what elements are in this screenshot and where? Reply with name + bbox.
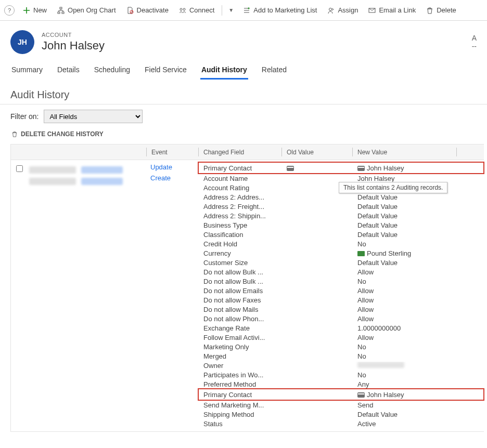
deactivate-icon bbox=[126, 7, 134, 14]
audit-row[interactable]: Preferred MethodAny bbox=[198, 379, 484, 389]
assign-button[interactable]: Assign bbox=[323, 4, 362, 16]
redacted-text bbox=[29, 166, 76, 174]
delete-change-history-button[interactable]: DELETE CHANGE HISTORY bbox=[0, 128, 487, 144]
audit-row[interactable]: Shipping MethodDefault Value bbox=[198, 410, 484, 419]
add-to-marketing-list-button[interactable]: Add to Marketing List bbox=[239, 4, 321, 16]
assign-icon bbox=[327, 7, 335, 14]
tab-field-service[interactable]: Field Service bbox=[144, 62, 188, 80]
new-value-cell: No bbox=[352, 371, 456, 379]
column-event-header[interactable]: Event bbox=[146, 144, 198, 160]
command-bar: ? New Open Org Chart Deactivate Connect … bbox=[0, 0, 487, 21]
contact-card-icon bbox=[357, 166, 365, 171]
connect-dropdown-icon[interactable]: ▼ bbox=[225, 7, 237, 13]
data-columns: This list contains 2 Auditing records. P… bbox=[198, 160, 484, 431]
trash-icon bbox=[426, 7, 433, 14]
svg-rect-0 bbox=[60, 7, 62, 9]
audit-row[interactable]: Address 2: Shippin...Default Value bbox=[198, 211, 484, 220]
audit-row[interactable]: Do not allow EmailsAllow bbox=[198, 286, 484, 295]
audit-row[interactable]: Do not allow MailsAllow bbox=[198, 305, 484, 314]
audit-row[interactable]: StatusActive bbox=[198, 419, 484, 428]
audit-row[interactable]: Exchange Rate1.0000000000 bbox=[198, 323, 484, 333]
audit-row[interactable]: ClassificationDefault Value bbox=[198, 230, 484, 239]
avatar-initials: JH bbox=[18, 38, 27, 46]
open-org-chart-button[interactable]: Open Org Chart bbox=[53, 4, 120, 16]
filter-select[interactable]: All Fields bbox=[44, 110, 143, 123]
delete-button[interactable]: Delete bbox=[422, 4, 460, 16]
changed-field-cell: Primary Contact bbox=[198, 164, 281, 172]
tab-audit-history[interactable]: Audit History bbox=[200, 62, 248, 80]
changed-field-cell: Business Type bbox=[198, 221, 281, 229]
audit-row[interactable]: Do not allow Phon...Allow bbox=[198, 314, 484, 323]
record-header: JH ACCOUNT John Halsey A -- bbox=[0, 21, 487, 59]
row-select-checkbox[interactable] bbox=[16, 165, 23, 172]
tab-scheduling[interactable]: Scheduling bbox=[93, 62, 131, 80]
column-tail bbox=[456, 144, 467, 160]
changed-field-cell: Primary Contact bbox=[198, 391, 281, 399]
changed-field-cell: Participates in Wo... bbox=[198, 371, 281, 379]
audit-row[interactable]: Owner bbox=[198, 361, 484, 370]
connect-button[interactable]: Connect bbox=[175, 4, 219, 16]
email-a-link-button[interactable]: Email a Link bbox=[364, 4, 420, 16]
plus-icon bbox=[23, 7, 30, 14]
header-right: A -- bbox=[472, 34, 477, 50]
tab-related[interactable]: Related bbox=[261, 62, 288, 80]
contact-card-icon bbox=[287, 166, 294, 171]
grid-left-column bbox=[11, 160, 146, 431]
assign-label: Assign bbox=[338, 6, 358, 14]
record-name: John Halsey bbox=[42, 39, 105, 52]
svg-point-4 bbox=[180, 8, 182, 10]
column-old-value-header[interactable]: Old Value bbox=[281, 144, 352, 160]
separator bbox=[222, 5, 222, 16]
audit-row[interactable]: Do not allow Bulk ...No bbox=[198, 276, 484, 286]
audit-row[interactable]: Send Marketing M...Send bbox=[198, 400, 484, 410]
new-value-cell: John Halsey bbox=[352, 164, 456, 172]
old-value-cell bbox=[281, 164, 352, 172]
tab-summary[interactable]: Summary bbox=[10, 62, 44, 80]
changed-field-cell: Marketing Only bbox=[198, 343, 281, 351]
new-value-cell: Default Value bbox=[352, 193, 456, 201]
changed-field-cell: Follow Email Activi... bbox=[198, 334, 281, 341]
changed-field-cell: Account Rating bbox=[198, 184, 281, 192]
audit-row[interactable]: Business TypeDefault Value bbox=[198, 220, 484, 230]
new-value-cell: Allow bbox=[352, 268, 456, 276]
new-value-cell: Allow bbox=[352, 287, 456, 295]
audit-row[interactable]: Credit HoldNo bbox=[198, 239, 484, 248]
column-changed-field-header[interactable]: Changed Field bbox=[198, 144, 281, 160]
audit-row[interactable]: Customer SizeDefault Value bbox=[198, 258, 484, 267]
audit-row[interactable]: Do not allow Bulk ...Allow bbox=[198, 267, 484, 276]
event-column: UpdateCreate bbox=[146, 160, 198, 431]
new-button[interactable]: New bbox=[19, 4, 51, 16]
new-label: New bbox=[33, 6, 47, 14]
svg-point-5 bbox=[183, 8, 185, 10]
audit-row[interactable]: Address 2: Freight...Default Value bbox=[198, 202, 484, 211]
audit-row[interactable]: Address 2: Addres...Default Value bbox=[198, 192, 484, 202]
event-link[interactable]: Create bbox=[150, 174, 194, 182]
deactivate-button[interactable]: Deactivate bbox=[122, 4, 173, 16]
header-right-bottom: -- bbox=[472, 42, 477, 50]
email-a-link-label: Email a Link bbox=[379, 6, 416, 14]
record-type-label: ACCOUNT bbox=[42, 32, 105, 38]
deactivate-label: Deactivate bbox=[137, 6, 169, 14]
audit-row[interactable]: MergedNo bbox=[198, 351, 484, 361]
audit-row[interactable]: Follow Email Activi...Allow bbox=[198, 333, 484, 342]
delete-label: Delete bbox=[437, 6, 456, 14]
tab-details[interactable]: Details bbox=[56, 62, 81, 80]
email-link-icon bbox=[368, 7, 376, 14]
audit-row[interactable]: Primary ContactJohn Halsey bbox=[198, 389, 484, 400]
changed-field-cell: Classification bbox=[198, 231, 281, 239]
column-new-value-header[interactable]: New Value bbox=[352, 144, 456, 160]
audit-row[interactable]: Participates in Wo...No bbox=[198, 370, 484, 379]
audit-row[interactable]: Marketing OnlyNo bbox=[198, 342, 484, 351]
audit-row[interactable]: CurrencyPound Sterling bbox=[198, 248, 484, 258]
changed-field-cell: Credit Hold bbox=[198, 240, 281, 248]
changed-field-cell: Address 2: Addres... bbox=[198, 193, 281, 201]
header-right-top: A bbox=[472, 34, 477, 42]
connect-label: Connect bbox=[189, 6, 214, 14]
help-icon[interactable]: ? bbox=[4, 5, 15, 16]
audit-row[interactable]: Primary ContactJohn Halsey bbox=[198, 162, 484, 174]
audit-row[interactable]: Do not allow FaxesAllow bbox=[198, 295, 484, 305]
new-value-cell: Allow bbox=[352, 315, 456, 323]
new-value-cell: Allow bbox=[352, 296, 456, 304]
event-link[interactable]: Update bbox=[150, 163, 194, 171]
new-value-cell: No bbox=[352, 240, 456, 248]
